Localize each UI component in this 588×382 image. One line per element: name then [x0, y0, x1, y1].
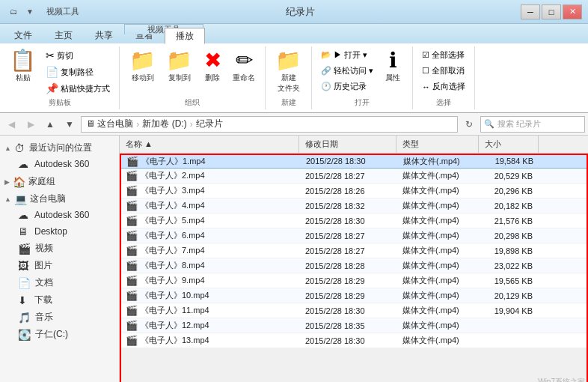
- table-row[interactable]: 🎬《电子人》5.mp42015/2/28 18:30媒体文件(.mp4)21,5…: [120, 213, 588, 228]
- file-icon: 🎬: [126, 170, 138, 181]
- paste-btn[interactable]: 📋 粘贴: [6, 48, 40, 85]
- table-row[interactable]: 🎬《电子人》9.mp42015/2/28 18:29媒体文件(.mp4)19,5…: [120, 273, 588, 288]
- ribbon-group-select: ☑ 全部选择 ☐ 全部取消 ↔ 反向选择 选择: [413, 46, 475, 109]
- history-btn[interactable]: 🕐 历史记录: [318, 79, 376, 94]
- downloads-label: 下载: [34, 294, 52, 306]
- properties-icon: ℹ: [389, 50, 397, 71]
- open-btn[interactable]: 📂 ▶ 打开 ▾: [318, 48, 376, 62]
- file-icon: 🎬: [126, 156, 138, 167]
- tab-play[interactable]: 播放: [165, 28, 205, 44]
- col-header-date[interactable]: 修改日期: [299, 136, 396, 153]
- file-name: 《电子人》9.mp4: [141, 275, 205, 286]
- delete-icon: ✖: [204, 50, 221, 71]
- select-none-btn[interactable]: ☐ 全部取消: [419, 64, 468, 78]
- sidebar-item-autodesk2[interactable]: ☁ Autodesk 360: [0, 207, 119, 223]
- quick-access: 🗂 ▼: [6, 5, 37, 19]
- file-date-cell: 2015/2/28 18:35: [299, 318, 396, 333]
- file-date-cell: 2015/2/28 18:30: [299, 333, 396, 348]
- path-computer: 🖥 这台电脑: [86, 118, 133, 130]
- search-box[interactable]: 🔍 搜索 纪录片: [480, 116, 585, 133]
- sidebar-group-family[interactable]: ▶ 🏠 家庭组: [0, 172, 119, 190]
- col-header-name[interactable]: 名称 ▲: [120, 136, 299, 153]
- table-row[interactable]: 🎬《电子人》4.mp42015/2/28 18:32媒体文件(.mp4)20,1…: [120, 198, 588, 213]
- sidebar-item-autodesk1[interactable]: ☁ Autodesk 360: [0, 156, 119, 172]
- quick-btn-1[interactable]: ▼: [22, 5, 37, 19]
- recent-label: 最近访问的位置: [29, 142, 92, 154]
- table-row[interactable]: 🎬《电子人》8.mp42015/2/28 18:28媒体文件(.mp4)23,0…: [120, 258, 588, 273]
- table-row[interactable]: 🎬《电子人》7.mp42015/2/28 18:27媒体文件(.mp4)19,8…: [120, 243, 588, 258]
- new-folder-btn[interactable]: 📁 新建 文件夹: [272, 48, 305, 96]
- table-row[interactable]: 🎬《电子人》2.mp42015/2/28 18:27媒体文件(.mp4)20,5…: [120, 169, 588, 184]
- tabs-container: 视频工具 文件 主页 共享 查看 播放: [0, 24, 588, 43]
- documents-icon: 📄: [18, 277, 31, 289]
- file-date-cell: 2015/2/28 18:29: [299, 288, 396, 303]
- col-header-type[interactable]: 类型: [396, 136, 479, 153]
- file-type-cell: 媒体文件(.mp4): [396, 184, 479, 198]
- copy-path-btn[interactable]: 📄 复制路径: [43, 64, 113, 79]
- sidebar-item-desktop[interactable]: 🖥 Desktop: [0, 223, 119, 240]
- sidebar-item-pictures[interactable]: 🖼 图片: [0, 257, 119, 274]
- easy-access-btn[interactable]: 🔗 轻松访问 ▾: [318, 64, 376, 78]
- desktop-label: Desktop: [34, 226, 67, 237]
- forward-btn[interactable]: ▶: [22, 116, 39, 133]
- copy-to-btn[interactable]: 📁 复制到: [162, 48, 196, 85]
- move-to-btn[interactable]: 📁 移动到: [126, 48, 159, 85]
- sidebar-group-recent[interactable]: ▲ ⏱ 最近访问的位置: [0, 139, 119, 156]
- file-name-cell: 🎬《电子人》12.mp4: [120, 318, 299, 333]
- tab-share[interactable]: 共享: [84, 27, 124, 43]
- file-icon: 🎬: [126, 260, 138, 271]
- cut-btn[interactable]: ✂ 剪切: [43, 48, 113, 63]
- file-name: 《电子人》10.mp4: [141, 290, 209, 301]
- close-btn[interactable]: ✕: [563, 4, 582, 19]
- up-btn[interactable]: ▲: [42, 116, 58, 133]
- table-row[interactable]: 🎬《电子人》11.mp42015/2/28 18:30媒体文件(.mp4)19,…: [120, 303, 588, 318]
- select-none-icon: ☐: [422, 66, 429, 76]
- table-row[interactable]: 🎬《电子人》12.mp42015/2/28 18:35媒体文件(.mp4): [120, 318, 588, 333]
- file-list: 名称 ▲ 修改日期 类型 大小 🎬《电子人》1.mp42015/2/28 18:…: [120, 136, 588, 348]
- file-name: 《电子人》5.mp4: [141, 215, 205, 226]
- minimize-btn[interactable]: ─: [521, 4, 540, 19]
- sidebar-item-documents[interactable]: 📄 文档: [0, 274, 119, 291]
- select-all-btn[interactable]: ☑ 全部选择: [419, 48, 468, 62]
- sidebar-item-downloads[interactable]: ⬇ 下载: [0, 291, 119, 309]
- col-header-size[interactable]: 大小: [479, 136, 539, 153]
- sidebar-item-drive-c[interactable]: 💽 子仁(C:): [0, 326, 119, 343]
- file-rows-container: 🎬《电子人》1.mp42015/2/28 18:30媒体文件(.mp4)19,5…: [120, 154, 588, 348]
- tab-home[interactable]: 主页: [43, 27, 84, 43]
- delete-btn[interactable]: ✖ 删除: [199, 48, 226, 85]
- file-type-cell: 媒体文件(.mp4): [396, 333, 479, 348]
- paste-shortcut-icon: 📌: [46, 82, 58, 94]
- easy-access-icon: 🔗: [321, 66, 331, 76]
- rename-btn[interactable]: ✏ 重命名: [229, 48, 259, 85]
- open-col: 📂 ▶ 打开 ▾ 🔗 轻松访问 ▾ 🕐 历史记录: [318, 48, 376, 94]
- file-size-cell: 21,576 KB: [479, 213, 539, 228]
- sidebar-item-videos[interactable]: 🎬 视频: [0, 240, 119, 257]
- table-row[interactable]: 🎬《电子人》6.mp42015/2/28 18:27媒体文件(.mp4)20,2…: [120, 228, 588, 243]
- select-col: ☑ 全部选择 ☐ 全部取消 ↔ 反向选择: [419, 48, 468, 94]
- maximize-btn[interactable]: □: [542, 4, 561, 19]
- invert-select-btn[interactable]: ↔ 反向选择: [419, 79, 468, 94]
- recent-locations-btn[interactable]: ▼: [61, 116, 78, 133]
- paste-shortcut-btn[interactable]: 📌 粘贴快捷方式: [43, 81, 113, 96]
- file-name-cell: 🎬《电子人》8.mp4: [120, 258, 299, 273]
- drive-c-icon: 💽: [18, 329, 31, 341]
- autodesk2-label: Autodesk 360: [34, 210, 89, 220]
- file-list-header: 名称 ▲ 修改日期 类型 大小: [120, 136, 588, 154]
- file-type-cell: 媒体文件(.mp4): [396, 228, 479, 243]
- sidebar-item-music[interactable]: 🎵 音乐: [0, 309, 119, 326]
- refresh-btn[interactable]: ↻: [461, 116, 477, 133]
- table-row[interactable]: 🎬《电子人》1.mp42015/2/28 18:30媒体文件(.mp4)19,5…: [120, 154, 588, 169]
- clipboard-col: ✂ 剪切 📄 复制路径 📌 粘贴快捷方式: [43, 48, 113, 96]
- file-name: 《电子人》12.mp4: [141, 320, 209, 331]
- table-row[interactable]: 🎬《电子人》3.mp42015/2/28 18:26媒体文件(.mp4)20,2…: [120, 184, 588, 198]
- address-path[interactable]: 🖥 这台电脑 › 新加卷 (D:) › 纪录片: [81, 116, 458, 133]
- tab-file[interactable]: 文件: [3, 27, 43, 43]
- sidebar-group-computer[interactable]: ▲ 💻 这台电脑: [0, 190, 119, 207]
- file-type-cell: 媒体文件(.mp4): [396, 243, 479, 258]
- desktop-icon: 🖥: [18, 225, 30, 237]
- recent-icon: ⏱: [14, 142, 26, 154]
- properties-btn[interactable]: ℹ 属性: [379, 48, 406, 85]
- table-row[interactable]: 🎬《电子人》13.mp42015/2/28 18:30媒体文件(.mp4): [120, 333, 588, 348]
- table-row[interactable]: 🎬《电子人》10.mp42015/2/28 18:29媒体文件(.mp4)20,…: [120, 288, 588, 303]
- back-btn[interactable]: ◀: [3, 116, 19, 133]
